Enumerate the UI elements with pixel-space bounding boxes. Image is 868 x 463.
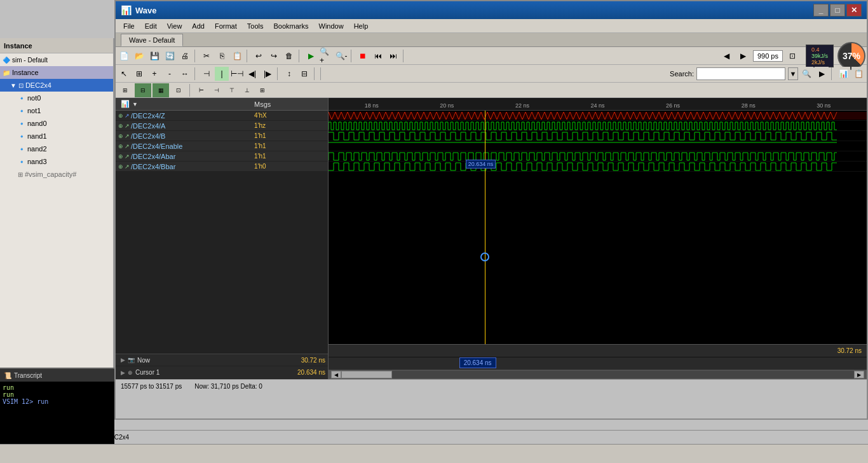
next-edge-btn[interactable]: |▶ bbox=[261, 67, 275, 81]
expand-btn[interactable]: ↕ bbox=[282, 67, 296, 81]
menu-bookmarks[interactable]: Bookmarks bbox=[268, 21, 313, 31]
wave-title-controls: _ □ ✕ bbox=[813, 4, 862, 17]
snap-btn[interactable]: ⊣ bbox=[200, 67, 214, 81]
modelsim-status-bar: Now: 31,710 ps Delta: 0 sim:/DEC2x4 bbox=[0, 430, 868, 444]
collapse-btn[interactable]: ⊟ bbox=[297, 67, 311, 81]
undo-btn[interactable]: ↩ bbox=[252, 49, 266, 63]
nand1-item[interactable]: 🔹 nand1 bbox=[0, 130, 113, 142]
sim-default-item[interactable]: 🔷 sim - Default bbox=[0, 53, 113, 66]
not1-item[interactable]: 🔹 not1 bbox=[0, 104, 113, 117]
expand-all-btn[interactable]: ⊞ bbox=[117, 83, 133, 97]
minimize-button[interactable]: _ bbox=[813, 4, 829, 17]
search-btn[interactable]: 🔍 bbox=[799, 67, 813, 81]
menu-edit[interactable]: Edit bbox=[140, 21, 162, 31]
tb3-btn5[interactable]: ⊞ bbox=[255, 83, 269, 97]
menu-file[interactable]: File bbox=[118, 21, 140, 31]
signal-row-5[interactable]: ⊕ ↗ /DEC2x4/Bbar 1'h0 bbox=[116, 162, 328, 172]
select-btn[interactable]: ↖ bbox=[117, 67, 131, 81]
cut-btn[interactable]: ✂ bbox=[200, 49, 214, 63]
run-btn[interactable]: ▶ bbox=[304, 49, 318, 63]
wave-svg-2 bbox=[329, 131, 867, 141]
open-file-btn[interactable]: 📂 bbox=[132, 49, 146, 63]
view-mode-btn[interactable]: ▦ bbox=[153, 83, 169, 97]
horizontal-scrollbar[interactable]: ◀ ▶ bbox=[329, 370, 867, 379]
transcript-line-0: run bbox=[3, 384, 112, 391]
zoom-window-btn[interactable]: ⊞ bbox=[132, 67, 146, 81]
menu-add[interactable]: Add bbox=[187, 21, 210, 31]
tb3-btn3[interactable]: ⊤ bbox=[225, 83, 239, 97]
search-next-btn[interactable]: ▶ bbox=[815, 67, 829, 81]
maximize-button[interactable]: □ bbox=[830, 4, 845, 17]
measure-btn[interactable]: ⊢⊣ bbox=[230, 67, 244, 81]
menu-help[interactable]: Help bbox=[349, 21, 374, 31]
not0-item[interactable]: 🔹 not0 bbox=[0, 92, 113, 104]
search-dropdown[interactable]: ▼ bbox=[788, 67, 798, 80]
delete-btn[interactable]: 🗑 bbox=[282, 49, 296, 63]
refresh-btn[interactable]: 🔄 bbox=[163, 49, 177, 63]
menu-view[interactable]: View bbox=[162, 21, 187, 31]
signal-row-0[interactable]: ⊕ ↗ /DEC2x4/Z 4'hX bbox=[116, 111, 328, 121]
dec2x4-module-item[interactable]: ▼ ⊡ DEC2x4 bbox=[0, 79, 113, 92]
signal-row-3[interactable]: ⊕ ↗ /DEC2x4/Enable 1'h1 bbox=[116, 141, 328, 151]
transcript-line-1: run bbox=[3, 391, 112, 398]
paste-btn[interactable]: 📋 bbox=[230, 49, 244, 63]
zoom-out-btn[interactable]: 🔍- bbox=[334, 49, 348, 63]
time-nav-next[interactable]: ▶ bbox=[736, 49, 750, 63]
time-nav-prev[interactable]: ◀ bbox=[720, 49, 734, 63]
stop-btn[interactable]: ⏹ bbox=[356, 49, 370, 63]
menu-window[interactable]: Window bbox=[314, 21, 349, 31]
nand0-item[interactable]: 🔹 nand0 bbox=[0, 117, 113, 130]
menu-tools[interactable]: Tools bbox=[242, 21, 269, 31]
wave-row-2 bbox=[329, 131, 867, 141]
prev-edge-btn[interactable]: ◀| bbox=[245, 67, 259, 81]
scroll-left-btn[interactable]: ◀ bbox=[331, 371, 341, 378]
sim-icon: 🔷 bbox=[3, 57, 10, 64]
time-mark-5: 28 ns bbox=[742, 102, 756, 109]
vsim-capacity-item[interactable]: ⊞ #vsim_capacity# bbox=[0, 168, 113, 181]
tb3-btn4[interactable]: ⊥ bbox=[240, 83, 254, 97]
wave-default-tab[interactable]: Wave - Default bbox=[121, 34, 183, 46]
close-button[interactable]: ✕ bbox=[846, 4, 862, 17]
msgs-col-header: Msgs bbox=[249, 100, 328, 108]
signal-row-1[interactable]: ⊕ ↗ /DEC2x4/A 1'hz bbox=[116, 121, 328, 131]
sep10 bbox=[831, 67, 834, 80]
waveform-area[interactable]: 18 ns 20 ns 22 ns 24 ns 26 ns 28 ns 30 n… bbox=[329, 98, 867, 379]
redo-btn[interactable]: ↪ bbox=[267, 49, 281, 63]
filter-btn[interactable]: ⊡ bbox=[170, 83, 187, 97]
time-zoom-btn[interactable]: ⊡ bbox=[785, 49, 799, 63]
list-format-btn[interactable]: 📋 bbox=[851, 67, 865, 81]
restart-btn[interactable]: ⏮ bbox=[371, 49, 385, 63]
zoom-out2-btn[interactable]: - bbox=[163, 67, 177, 81]
sep8 bbox=[314, 67, 316, 80]
signal-row-4[interactable]: ⊕ ↗ /DEC2x4/Abar 1'h1 bbox=[116, 151, 328, 162]
copy-btn[interactable]: ⎘ bbox=[215, 49, 229, 63]
menu-format[interactable]: Format bbox=[210, 21, 242, 31]
status-time-range: 15577 ps to 31517 ps bbox=[121, 383, 182, 390]
scroll-thumb[interactable] bbox=[341, 371, 392, 378]
sep5 bbox=[403, 50, 405, 62]
nand3-item[interactable]: 🔹 nand3 bbox=[0, 155, 113, 168]
waveform-rows-container[interactable] bbox=[329, 111, 867, 344]
zoom-in-btn[interactable]: 🔍+ bbox=[319, 49, 333, 63]
zoom-full-btn[interactable]: ↔ bbox=[178, 67, 192, 81]
search-input[interactable] bbox=[696, 67, 785, 80]
wave-format-btn[interactable]: 📊 bbox=[836, 67, 850, 81]
instance-folder-item[interactable]: 📁 Instance bbox=[0, 66, 113, 79]
new-file-btn[interactable]: 📄 bbox=[117, 49, 131, 63]
tb3-btn1[interactable]: ⊢ bbox=[194, 83, 208, 97]
save-btn[interactable]: 💾 bbox=[147, 49, 161, 63]
wave-window: 📊 Wave _ □ ✕ File Edit View Add Format T… bbox=[114, 0, 868, 420]
scroll-right-btn[interactable]: ▶ bbox=[854, 371, 864, 378]
print-btn[interactable]: 🖨 bbox=[178, 49, 192, 63]
zoom-in2-btn[interactable]: + bbox=[147, 67, 161, 81]
collapse-all-btn[interactable]: ⊟ bbox=[135, 83, 151, 97]
signal-row-2[interactable]: ⊕ ↗ /DEC2x4/B 1'h1 bbox=[116, 131, 328, 141]
wave-row-5 bbox=[329, 162, 867, 172]
signal-val-0: 4'hX bbox=[249, 112, 328, 119]
nand2-item[interactable]: 🔹 nand2 bbox=[0, 142, 113, 155]
tb3-btn2[interactable]: ⊣ bbox=[210, 83, 224, 97]
signal-name-col-header: 📊 ▼ bbox=[116, 100, 249, 108]
step-btn[interactable]: ⏭ bbox=[386, 49, 400, 63]
sep7 bbox=[277, 67, 280, 80]
cursor-btn[interactable]: | bbox=[215, 67, 229, 81]
